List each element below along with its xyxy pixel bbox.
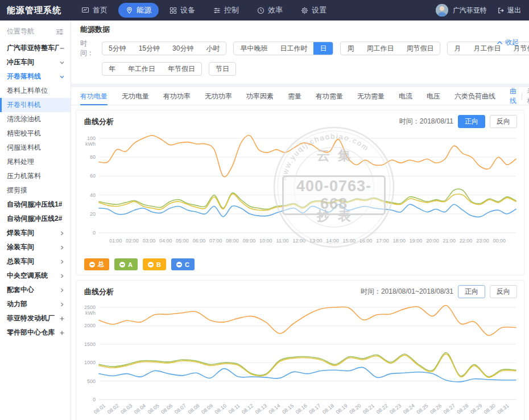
nav-item-efficiency[interactable]: 效率 — [250, 3, 290, 18]
sidebar-item-17[interactable]: 配套中心 — [0, 283, 71, 297]
sidebar-item-6[interactable]: 精密校平机 — [0, 126, 71, 141]
svg-text:11:00: 11:00 — [276, 238, 289, 244]
sidebar-item-7[interactable]: 伺服送料机 — [0, 141, 71, 155]
sidebar-item-20[interactable]: 零件部中心仓库 — [0, 326, 71, 340]
sidebar-item-label: 零件部中心仓库 — [7, 328, 55, 337]
forward-button[interactable]: 正向 — [458, 285, 485, 298]
sidebar-item-2[interactable]: 开卷落料线 — [0, 69, 71, 84]
filter-option[interactable]: 年 — [102, 63, 122, 75]
chart1-legend: 总ABC — [76, 257, 524, 275]
chart1-plot: 020406080100kWh01:0002:0003:0004:0005:00… — [76, 129, 524, 257]
svg-text:08.17: 08.17 — [308, 403, 321, 415]
svg-text:14:00: 14:00 — [326, 238, 339, 244]
nav-item-settings[interactable]: 设置 — [294, 3, 334, 18]
sidebar-item-16[interactable]: 中央空调系统 — [0, 269, 71, 283]
nav-item-device[interactable]: 设备 — [162, 3, 202, 18]
tab-0[interactable]: 有功电量 — [80, 87, 108, 105]
filter-option[interactable]: 5分钟 — [102, 42, 133, 55]
sidebar-item-4[interactable]: 开卷引料机 — [0, 98, 71, 112]
nav-item-energy[interactable]: 能源 — [118, 3, 159, 18]
filter-option[interactable]: 30分钟 — [166, 42, 200, 55]
legend-badge-总[interactable]: 总 — [84, 258, 109, 270]
tab-2[interactable]: 有功功率 — [163, 87, 191, 105]
avatar[interactable] — [436, 4, 448, 17]
filter-option[interactable]: 周工作日 — [360, 42, 400, 55]
svg-text:08.22: 08.22 — [375, 403, 389, 415]
legend-badge-C[interactable]: C — [171, 258, 195, 270]
forward-button[interactable]: 正向 — [458, 115, 485, 128]
svg-text:08.18: 08.18 — [321, 403, 335, 415]
tab-7[interactable]: 无功需量 — [357, 87, 385, 105]
logout-button[interactable]: 退出 — [497, 6, 521, 15]
sidebar-item-5[interactable]: 清洗涂油机 — [0, 112, 71, 126]
svg-text:08.06: 08.06 — [160, 403, 173, 415]
tab-9[interactable]: 电压 — [427, 87, 440, 105]
nav-item-control[interactable]: 控制 — [206, 3, 246, 18]
chart2-time-label: 时间：2018/08/01~2018/08/31 — [361, 287, 453, 297]
view-mode-curve[interactable]: 曲线 — [510, 87, 516, 106]
chart-card-monthly: 曲线分析 时间：2018/08/01~2018/08/31 正向 反向 0500… — [76, 280, 524, 420]
svg-text:08.26: 08.26 — [429, 403, 443, 415]
sidebar-item-0[interactable]: 广汽菲亚特整车厂 — [0, 41, 71, 55]
filter-option[interactable]: 年节假日 — [162, 63, 201, 75]
sidebar-item-15[interactable]: 总装车间 — [0, 254, 71, 269]
filter-option[interactable]: 日工作时 — [274, 42, 313, 55]
sidebar-item-3[interactable]: 卷料上料单位 — [0, 84, 71, 98]
tab-4[interactable]: 功率因素 — [246, 87, 274, 105]
sidebar-item-9[interactable]: 压力机落料 — [0, 169, 71, 183]
filter-option[interactable]: 节日 — [209, 63, 235, 75]
sidebar-item-8[interactable]: 尾料处理 — [0, 155, 71, 169]
tab-10[interactable]: 六类负荷曲线 — [454, 87, 495, 105]
tab-6[interactable]: 有功需量 — [316, 87, 343, 105]
reverse-button[interactable]: 反向 — [490, 115, 517, 128]
sidebar-item-label: 精密校平机 — [7, 129, 41, 138]
chevron-up-icon — [497, 40, 503, 45]
legend-badge-A[interactable]: A — [114, 258, 138, 270]
collapse-link[interactable]: 收起 — [497, 38, 519, 47]
legend-toggle-icon — [89, 262, 95, 267]
filter-option[interactable]: 小时 — [200, 42, 226, 55]
tab-3[interactable]: 无功功率 — [205, 87, 232, 105]
tab-8[interactable]: 电流 — [399, 87, 412, 105]
filter-option[interactable]: 周节假日 — [400, 42, 440, 55]
chart1-controls: 时间：2018/08/11 正向 反向 — [399, 115, 517, 128]
legend-label: A — [128, 261, 133, 268]
sidebar-item-10[interactable]: 摆剪摸 — [0, 183, 71, 197]
sidebar-item-label: 动力部 — [7, 299, 27, 309]
filter-option[interactable]: 月 — [448, 42, 467, 55]
sidebar-item-label: 开卷引料机 — [7, 100, 41, 110]
minus-icon — [59, 46, 65, 51]
svg-text:08.13: 08.13 — [254, 403, 268, 415]
filter-option[interactable]: 15分钟 — [133, 42, 166, 55]
reverse-button[interactable]: 反向 — [490, 285, 517, 298]
sidebar-item-14[interactable]: 涂装车间 — [0, 240, 71, 254]
sidebar-item-12[interactable]: 自动伺服冲压线2# — [0, 212, 71, 226]
tab-list: 有功电量无功电量有功功率无功功率功率因素需量有功需量无功需量电流电压六类负荷曲线 — [80, 87, 510, 105]
sidebar-item-1[interactable]: 冲压车间 — [0, 55, 71, 69]
legend-badge-B[interactable]: B — [143, 258, 166, 270]
filter-panel-title: 能源数据 — [80, 24, 520, 35]
chevron-right-icon — [59, 287, 65, 293]
nav-item-label: 能源 — [137, 5, 151, 15]
filter-option[interactable]: 周 — [341, 42, 360, 55]
tab-5[interactable]: 需量 — [288, 87, 301, 105]
nav-item-home[interactable]: 首页 — [74, 3, 115, 18]
user-name[interactable]: 广汽菲亚特 — [453, 6, 487, 15]
svg-text:08.29: 08.29 — [469, 403, 483, 415]
svg-text:08.23: 08.23 — [389, 403, 402, 415]
sidebar-item-18[interactable]: 动力部 — [0, 297, 71, 311]
filter-sliders-icon[interactable] — [56, 28, 64, 35]
sidebar-item-11[interactable]: 自动伺服冲压线1# — [0, 197, 71, 212]
svg-text:01:00: 01:00 — [109, 238, 122, 244]
tab-1[interactable]: 无功电量 — [122, 87, 149, 105]
filter-option[interactable]: 年工作日 — [122, 63, 162, 75]
chart1-time-label: 时间：2018/08/11 — [399, 117, 453, 126]
sidebar-item-13[interactable]: 焊装车间 — [0, 226, 71, 240]
filter-option[interactable]: 早中晚班 — [234, 42, 274, 55]
svg-text:13:00: 13:00 — [309, 238, 323, 244]
svg-text:08.14: 08.14 — [268, 403, 282, 415]
svg-text:00:00: 00:00 — [493, 238, 506, 244]
filter-option[interactable]: 日 — [313, 42, 333, 55]
sidebar-item-19[interactable]: 菲亚特发动机厂 — [0, 311, 71, 326]
svg-text:08.20: 08.20 — [348, 403, 362, 415]
